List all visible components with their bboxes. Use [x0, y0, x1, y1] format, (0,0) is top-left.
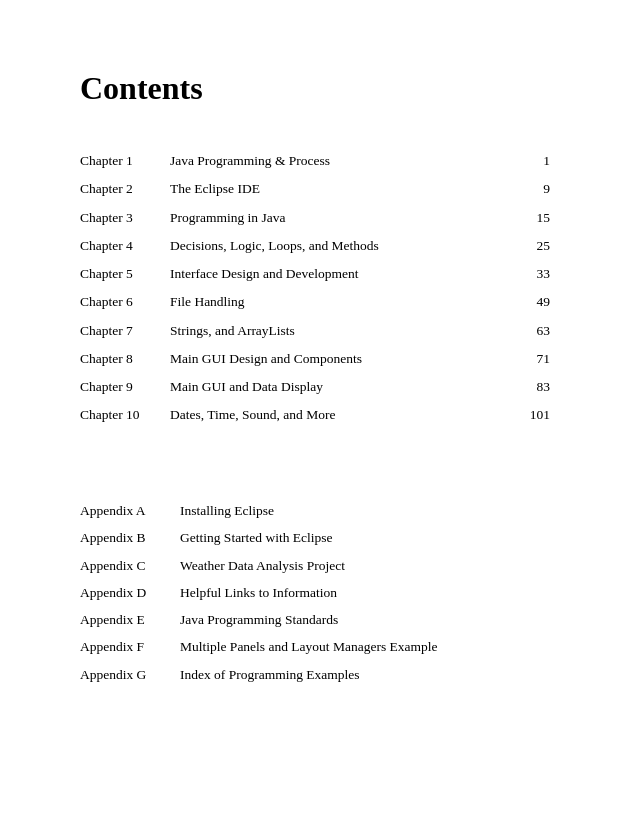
- chapter-title: Decisions, Logic, Loops, and Methods: [170, 232, 500, 260]
- page: Contents Chapter 1 Java Programming & Pr…: [0, 0, 630, 815]
- table-row: Chapter 7 Strings, and ArrayLists 63: [80, 317, 550, 345]
- table-row: Chapter 8 Main GUI Design and Components…: [80, 345, 550, 373]
- appendices-table: Appendix A Installing Eclipse Appendix B…: [80, 498, 550, 689]
- chapter-page: 101: [500, 401, 550, 429]
- appendix-title: Java Programming Standards: [180, 607, 550, 634]
- chapter-label: Chapter 8: [80, 345, 170, 373]
- table-row: Chapter 1 Java Programming & Process 1: [80, 147, 550, 175]
- table-row: Chapter 3 Programming in Java 15: [80, 204, 550, 232]
- chapter-page: 49: [500, 288, 550, 316]
- list-item: Appendix A Installing Eclipse: [80, 498, 550, 525]
- chapters-table: Chapter 1 Java Programming & Process 1 C…: [80, 147, 550, 430]
- chapter-title: Dates, Time, Sound, and More: [170, 401, 500, 429]
- appendix-label: Appendix C: [80, 552, 180, 579]
- appendix-title: Index of Programming Examples: [180, 661, 550, 688]
- table-row: Chapter 6 File Handling 49: [80, 288, 550, 316]
- chapter-label: Chapter 6: [80, 288, 170, 316]
- list-item: Appendix F Multiple Panels and Layout Ma…: [80, 634, 550, 661]
- chapter-page: 83: [500, 373, 550, 401]
- appendix-label: Appendix A: [80, 498, 180, 525]
- chapter-label: Chapter 3: [80, 204, 170, 232]
- table-row: Chapter 4 Decisions, Logic, Loops, and M…: [80, 232, 550, 260]
- chapter-title: Programming in Java: [170, 204, 500, 232]
- appendix-label: Appendix F: [80, 634, 180, 661]
- chapter-label: Chapter 4: [80, 232, 170, 260]
- appendix-label: Appendix B: [80, 525, 180, 552]
- chapter-label: Chapter 7: [80, 317, 170, 345]
- chapter-page: 71: [500, 345, 550, 373]
- spacer: [80, 438, 550, 498]
- chapter-page: 33: [500, 260, 550, 288]
- chapter-label: Chapter 5: [80, 260, 170, 288]
- chapter-page: 9: [500, 175, 550, 203]
- chapter-page: 25: [500, 232, 550, 260]
- list-item: Appendix C Weather Data Analysis Project: [80, 552, 550, 579]
- chapter-label: Chapter 2: [80, 175, 170, 203]
- appendix-title: Getting Started with Eclipse: [180, 525, 550, 552]
- table-row: Chapter 2 The Eclipse IDE 9: [80, 175, 550, 203]
- appendix-label: Appendix D: [80, 579, 180, 606]
- table-row: Chapter 9 Main GUI and Data Display 83: [80, 373, 550, 401]
- appendix-title: Multiple Panels and Layout Managers Exam…: [180, 634, 550, 661]
- chapter-page: 15: [500, 204, 550, 232]
- chapter-title: Java Programming & Process: [170, 147, 500, 175]
- chapter-label: Chapter 1: [80, 147, 170, 175]
- chapter-title: File Handling: [170, 288, 500, 316]
- chapter-page: 1: [500, 147, 550, 175]
- chapter-title: Main GUI and Data Display: [170, 373, 500, 401]
- appendix-label: Appendix G: [80, 661, 180, 688]
- chapter-title: The Eclipse IDE: [170, 175, 500, 203]
- appendices-section: Appendix A Installing Eclipse Appendix B…: [80, 498, 550, 689]
- chapter-title: Strings, and ArrayLists: [170, 317, 500, 345]
- page-title: Contents: [80, 70, 550, 107]
- list-item: Appendix E Java Programming Standards: [80, 607, 550, 634]
- chapters-section: Chapter 1 Java Programming & Process 1 C…: [80, 147, 550, 430]
- table-row: Chapter 10 Dates, Time, Sound, and More …: [80, 401, 550, 429]
- chapter-title: Interface Design and Development: [170, 260, 500, 288]
- chapter-page: 63: [500, 317, 550, 345]
- chapter-label: Chapter 9: [80, 373, 170, 401]
- table-row: Chapter 5 Interface Design and Developme…: [80, 260, 550, 288]
- chapter-title: Main GUI Design and Components: [170, 345, 500, 373]
- list-item: Appendix D Helpful Links to Information: [80, 579, 550, 606]
- chapter-label: Chapter 10: [80, 401, 170, 429]
- appendix-title: Weather Data Analysis Project: [180, 552, 550, 579]
- appendix-label: Appendix E: [80, 607, 180, 634]
- appendix-title: Installing Eclipse: [180, 498, 550, 525]
- list-item: Appendix B Getting Started with Eclipse: [80, 525, 550, 552]
- appendix-title: Helpful Links to Information: [180, 579, 550, 606]
- list-item: Appendix G Index of Programming Examples: [80, 661, 550, 688]
